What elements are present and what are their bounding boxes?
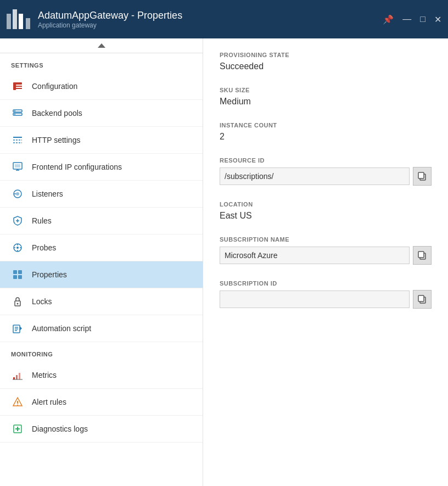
svg-point-32 xyxy=(17,303,19,305)
svg-rect-28 xyxy=(18,270,22,274)
subscription-id-copy-button[interactable] xyxy=(413,290,432,309)
svg-rect-40 xyxy=(19,373,20,379)
sidebar-item-automation[interactable]: Automation script xyxy=(0,315,203,342)
svg-rect-38 xyxy=(13,377,15,379)
location-label: LOCATION xyxy=(220,201,432,208)
provisioning-state-label: PROVISIONING STATE xyxy=(220,52,432,58)
probes-icon xyxy=(11,241,24,254)
http-icon xyxy=(11,133,24,147)
field-group-provisioning-state: PROVISIONING STATE Succeeded xyxy=(220,52,432,71)
sidebar-item-label: Listeners xyxy=(32,189,63,198)
svg-rect-30 xyxy=(18,275,22,279)
field-group-location: LOCATION East US xyxy=(220,201,432,221)
sidebar-item-label: Diagnostics logs xyxy=(32,424,88,433)
window-title: AdatumAppGateway - Properties xyxy=(38,10,182,21)
field-group-sku-size: SKU SIZE Medium xyxy=(220,87,432,107)
close-icon[interactable]: ✕ xyxy=(434,14,441,25)
sidebar-item-label: Automation script xyxy=(32,324,91,333)
sidebar: SETTINGS Configuration xyxy=(0,38,203,486)
svg-rect-49 xyxy=(418,172,424,178)
sidebar-item-rules[interactable]: Rules xyxy=(0,208,203,234)
svg-rect-51 xyxy=(418,252,424,258)
field-group-subscription-id: SUBSCRIPTION ID xyxy=(220,280,432,309)
title-bar: AdatumAppGateway - Properties Applicatio… xyxy=(0,0,448,38)
pin-icon[interactable]: 📌 xyxy=(383,14,394,25)
sidebar-item-listeners[interactable]: Listeners xyxy=(0,181,203,208)
window-controls: 📌 — □ ✕ xyxy=(383,14,441,25)
sidebar-item-label: Backend pools xyxy=(32,109,82,118)
svg-point-7 xyxy=(14,110,15,111)
svg-rect-4 xyxy=(15,88,22,89)
copy-icon xyxy=(418,172,427,181)
sidebar-item-backend-pools[interactable]: Backend pools xyxy=(0,100,203,127)
title-text: AdatumAppGateway - Properties Applicatio… xyxy=(38,10,182,29)
sidebar-item-label: Configuration xyxy=(32,82,77,91)
subscription-name-input-row xyxy=(220,246,432,265)
sidebar-item-label: Metrics xyxy=(32,371,57,379)
resource-id-label: RESOURCE ID xyxy=(220,157,432,164)
subscription-name-label: SUBSCRIPTION NAME xyxy=(220,236,432,243)
copy-icon xyxy=(418,251,427,260)
rules-icon xyxy=(11,214,24,227)
sidebar-item-label: Properties xyxy=(32,270,67,279)
properties-icon xyxy=(11,268,24,281)
sku-size-value: Medium xyxy=(220,97,432,107)
minimize-icon[interactable]: — xyxy=(402,14,411,24)
scroll-up[interactable] xyxy=(0,38,203,53)
resource-id-copy-button[interactable] xyxy=(413,167,432,186)
frontend-icon xyxy=(11,160,24,174)
title-left: AdatumAppGateway - Properties Applicatio… xyxy=(7,9,182,29)
copy-icon xyxy=(418,295,427,304)
automation-icon xyxy=(11,322,24,335)
sidebar-item-probes[interactable]: Probes xyxy=(0,234,203,261)
subscription-id-label: SUBSCRIPTION ID xyxy=(220,280,432,287)
locks-icon xyxy=(11,295,24,308)
listeners-icon xyxy=(11,187,24,200)
sidebar-item-diagnostics[interactable]: Diagnostics logs xyxy=(0,416,203,443)
subscription-id-input-row xyxy=(220,290,432,309)
sidebar-item-label: Alert rules xyxy=(32,398,66,406)
subscription-id-input[interactable] xyxy=(220,291,410,308)
subscription-name-input[interactable] xyxy=(220,247,410,264)
instance-count-label: INSTANCE COUNT xyxy=(220,122,432,129)
svg-rect-29 xyxy=(13,275,17,279)
restore-icon[interactable]: □ xyxy=(420,14,425,24)
monitoring-section-header: MONITORING xyxy=(0,342,203,362)
sidebar-item-http-settings[interactable]: HTTP settings xyxy=(0,127,203,154)
sidebar-item-label: Rules xyxy=(32,216,52,225)
svg-rect-27 xyxy=(13,270,17,274)
sidebar-item-configuration[interactable]: Configuration xyxy=(0,73,203,100)
svg-rect-13 xyxy=(15,164,20,167)
sidebar-item-properties[interactable]: Properties xyxy=(0,261,203,288)
field-group-instance-count: INSTANCE COUNT 2 xyxy=(220,122,432,142)
sidebar-item-frontend-ip[interactable]: Frontend IP configurations xyxy=(0,154,203,181)
field-group-subscription-name: SUBSCRIPTION NAME xyxy=(220,236,432,265)
field-group-resource-id: RESOURCE ID xyxy=(220,157,432,186)
location-value: East US xyxy=(220,211,432,221)
sidebar-item-alert-rules[interactable]: Alert rules xyxy=(0,389,203,416)
sidebar-item-locks[interactable]: Locks xyxy=(0,288,203,315)
subscription-name-copy-button[interactable] xyxy=(413,246,432,265)
instance-count-value: 2 xyxy=(220,132,432,142)
svg-point-17 xyxy=(16,192,19,195)
sidebar-item-metrics[interactable]: Metrics xyxy=(0,362,203,389)
main-container: SETTINGS Configuration xyxy=(0,38,448,486)
svg-rect-39 xyxy=(16,375,18,379)
sidebar-item-label: HTTP settings xyxy=(32,136,80,144)
svg-rect-3 xyxy=(15,86,22,87)
content-area: PROVISIONING STATE Succeeded SKU SIZE Me… xyxy=(203,38,448,486)
svg-rect-53 xyxy=(418,295,424,301)
sku-size-label: SKU SIZE xyxy=(220,87,432,93)
metrics-icon xyxy=(11,368,24,382)
resource-id-input-row xyxy=(220,167,432,186)
svg-marker-0 xyxy=(98,43,105,48)
svg-point-8 xyxy=(14,114,15,115)
provisioning-state-value: Succeeded xyxy=(220,62,432,71)
resource-id-input[interactable] xyxy=(220,167,410,185)
sidebar-item-label: Frontend IP configurations xyxy=(32,163,122,171)
diag-icon xyxy=(11,422,24,435)
svg-point-44 xyxy=(17,405,18,406)
config-icon xyxy=(11,80,24,93)
azure-logo-icon xyxy=(7,9,30,29)
svg-marker-37 xyxy=(20,326,22,331)
